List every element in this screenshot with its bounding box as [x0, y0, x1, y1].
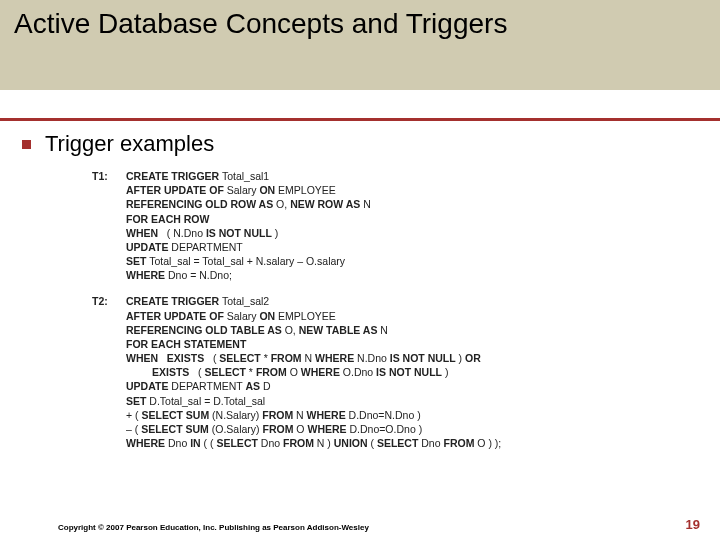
bullet-square-icon [22, 140, 31, 149]
bullet-text: Trigger examples [45, 131, 214, 157]
copyright-text: Copyright © 2007 Pearson Education, Inc.… [58, 523, 369, 532]
page-number: 19 [686, 517, 700, 532]
t2-label: T2: [92, 294, 126, 308]
trigger-t1: T1:CREATE TRIGGER Total_sal1 AFTER UPDAT… [92, 169, 700, 282]
trigger-t2: T2:CREATE TRIGGER Total_sal2 AFTER UPDAT… [92, 294, 700, 450]
bullet-row: Trigger examples [22, 131, 700, 157]
footer: Copyright © 2007 Pearson Education, Inc.… [0, 517, 720, 532]
t1-label: T1: [92, 169, 126, 183]
code-block: T1:CREATE TRIGGER Total_sal1 AFTER UPDAT… [92, 169, 700, 450]
title-band: Active Database Concepts and Triggers [0, 0, 720, 90]
body-area: Trigger examples T1:CREATE TRIGGER Total… [0, 121, 720, 450]
slide-title: Active Database Concepts and Triggers [14, 6, 507, 41]
